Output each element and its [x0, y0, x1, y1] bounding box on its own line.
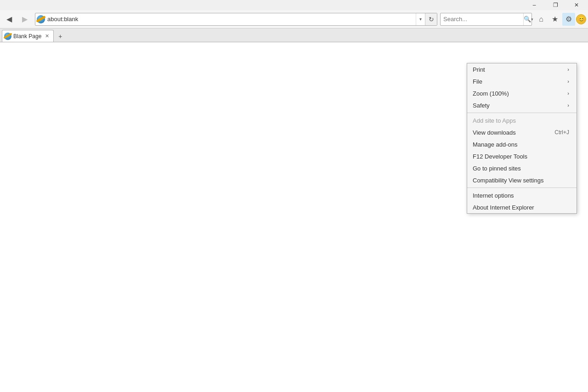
refresh-button[interactable]: ↻	[425, 13, 437, 25]
menu-item-file[interactable]: File›	[467, 75, 577, 87]
menu-label-pinned-sites: Go to pinned sites	[473, 165, 521, 172]
menu-arrow-zoom: ›	[567, 91, 569, 96]
tab-label: Blank Page	[13, 33, 41, 40]
menu-item-safety[interactable]: Safety›	[467, 99, 577, 111]
new-tab-button[interactable]: +	[55, 31, 66, 42]
close-button[interactable]: ✕	[566, 0, 587, 10]
menu-item-f12-tools[interactable]: F12 Developer Tools	[467, 150, 577, 162]
title-bar: – ❐ ✕	[0, 0, 588, 10]
menu-label-about-ie: About Internet Explorer	[473, 204, 534, 211]
tab-close-button[interactable]: ✕	[43, 33, 51, 40]
restore-button[interactable]: ❐	[545, 0, 566, 10]
menu-label-zoom: Zoom (100%)	[473, 90, 509, 97]
menu-label-safety: Safety	[473, 102, 490, 109]
content-area: Print›File›Zoom (100%)›Safety›Add site t…	[0, 42, 588, 392]
menu-label-file: File	[473, 78, 482, 85]
address-icon	[35, 14, 46, 25]
menu-item-view-downloads[interactable]: View downloadsCtrl+J	[467, 126, 577, 138]
address-input[interactable]	[46, 16, 416, 23]
menu-shortcut-view-downloads: Ctrl+J	[554, 129, 569, 136]
menu-item-about-ie[interactable]: About Internet Explorer	[467, 201, 577, 213]
tab-favicon	[4, 33, 11, 40]
menu-separator-after-compat-view	[467, 187, 577, 188]
minimize-button[interactable]: –	[524, 0, 545, 10]
nav-bar: ◀ ▶ ▾ ↻ 🔍 ▾ ⌂ ★ ⚙ 😊	[0, 10, 588, 28]
menu-item-manage-addons[interactable]: Manage add-ons	[467, 138, 577, 150]
forward-button[interactable]: ▶	[17, 12, 32, 27]
feedback-button[interactable]: 😊	[576, 14, 586, 24]
address-bar: ▾ ↻	[35, 13, 437, 26]
menu-item-add-site: Add site to Apps	[467, 114, 577, 126]
menu-item-compat-view[interactable]: Compatibility View settings	[467, 174, 577, 186]
search-dropdown-button[interactable]: ▾	[531, 13, 533, 25]
menu-separator-after-safety	[467, 113, 577, 113]
toolbar-icons: ⌂ ★ ⚙ 😊	[535, 13, 586, 26]
address-dropdown-button[interactable]: ▾	[416, 13, 425, 25]
menu-arrow-file: ›	[567, 79, 569, 84]
back-button[interactable]: ◀	[2, 12, 17, 27]
search-input[interactable]	[441, 16, 523, 23]
tab-blank-page[interactable]: Blank Page ✕	[2, 30, 54, 42]
menu-label-view-downloads: View downloads	[473, 129, 516, 136]
menu-item-internet-options[interactable]: Internet options	[467, 189, 577, 201]
context-menu: Print›File›Zoom (100%)›Safety›Add site t…	[467, 63, 577, 214]
ie-globe-icon	[37, 15, 45, 23]
menu-item-zoom[interactable]: Zoom (100%)›	[467, 87, 577, 99]
favorites-button[interactable]: ★	[548, 13, 561, 26]
settings-button[interactable]: ⚙	[562, 13, 575, 26]
menu-item-pinned-sites[interactable]: Go to pinned sites	[467, 162, 577, 174]
search-bar: 🔍 ▾	[440, 13, 532, 26]
search-button[interactable]: 🔍	[523, 13, 531, 25]
menu-label-f12-tools: F12 Developer Tools	[473, 153, 527, 160]
home-button[interactable]: ⌂	[535, 13, 548, 26]
menu-item-print[interactable]: Print›	[467, 63, 577, 75]
menu-label-add-site: Add site to Apps	[473, 117, 516, 124]
menu-arrow-safety: ›	[567, 102, 569, 108]
menu-label-compat-view: Compatibility View settings	[473, 177, 543, 184]
menu-label-internet-options: Internet options	[473, 192, 514, 199]
menu-arrow-print: ›	[567, 67, 569, 72]
menu-label-print: Print	[473, 66, 485, 73]
menu-label-manage-addons: Manage add-ons	[473, 141, 518, 148]
tab-bar: Blank Page ✕ +	[0, 28, 588, 42]
